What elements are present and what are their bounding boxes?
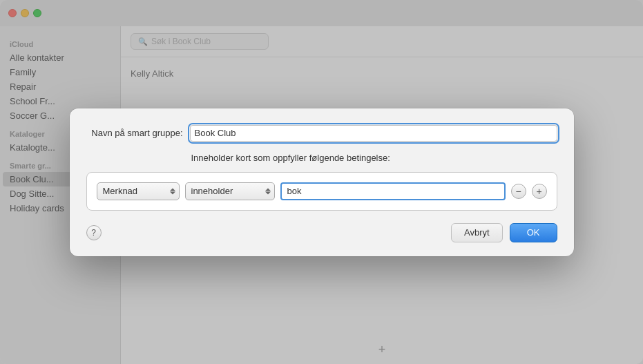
help-button[interactable]: ? [86,225,102,240]
operator-select-arrows [265,188,271,194]
name-input[interactable] [190,125,557,142]
field-select-container: Merknad [97,182,180,200]
condition-row: Merknad inneholder [97,182,547,200]
footer-buttons: Avbryt OK [451,223,557,242]
arrow-down-icon2 [265,191,271,194]
smart-group-modal: Navn på smart gruppe: Inneholder kort so… [70,108,574,256]
operator-select-value: inneholder [191,186,233,196]
field-select[interactable]: Merknad [97,182,180,200]
cancel-button[interactable]: Avbryt [451,223,503,242]
field-select-value: Merknad [103,186,138,196]
modal-overlay: Navn på smart gruppe: Inneholder kort so… [0,0,643,364]
name-row: Navn på smart gruppe: [86,125,557,142]
name-label: Navn på smart gruppe: [86,128,183,138]
arrow-up-icon [170,188,175,191]
modal-footer: ? Avbryt OK [86,223,557,242]
operator-select[interactable]: inneholder [185,182,275,200]
conditions-area: Merknad inneholder [86,172,557,211]
arrow-down-icon [170,191,175,194]
operator-select-container: inneholder [185,182,275,200]
remove-condition-button[interactable]: − [511,184,526,199]
add-condition-button[interactable]: + [532,184,547,199]
arrow-up-icon2 [265,188,271,191]
field-select-arrows [170,188,175,194]
condition-description: Inneholder kort som oppfyller følgende b… [191,153,390,163]
ok-button[interactable]: OK [510,223,557,242]
condition-text-input[interactable] [280,182,506,200]
